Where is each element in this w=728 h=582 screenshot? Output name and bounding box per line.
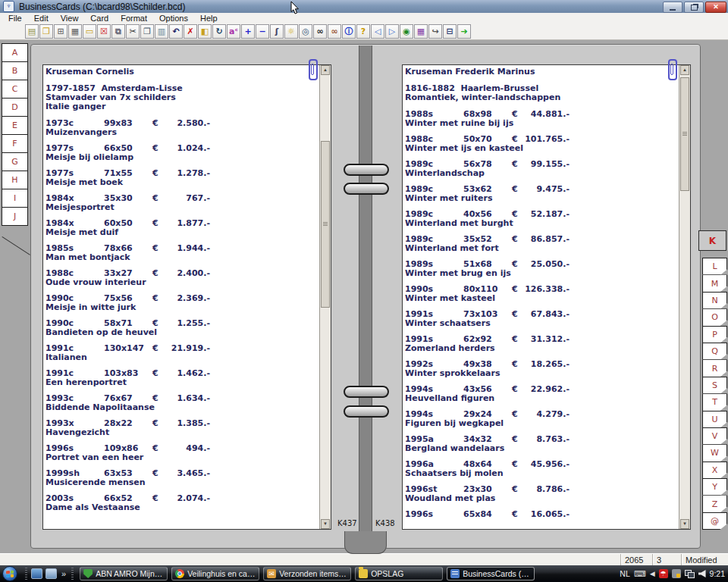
- card-box-button[interactable]: ▭: [83, 24, 96, 39]
- scroll-up-button[interactable]: ▲: [321, 65, 330, 75]
- find-next-button[interactable]: ∞: [328, 24, 341, 39]
- keyboard-icon[interactable]: ⌨: [634, 570, 646, 578]
- minimize-button[interactable]: [663, 2, 682, 13]
- tray-collapse-icon[interactable]: ◀: [650, 571, 655, 577]
- duplicate-card-button[interactable]: ⧉: [111, 24, 125, 39]
- tab-letter-s[interactable]: S: [702, 377, 727, 394]
- zoom-in-button[interactable]: +: [241, 24, 255, 39]
- task-button-bcards[interactable]: BusinessCards (C:\b...: [447, 567, 535, 580]
- tab-letter-t[interactable]: T: [702, 393, 727, 411]
- paperclip-icon[interactable]: [309, 59, 318, 80]
- restore-button[interactable]: [684, 2, 704, 13]
- print-button[interactable]: ▦: [68, 24, 82, 39]
- copy-button[interactable]: ❐: [140, 24, 154, 39]
- refresh-button[interactable]: ↻: [212, 24, 226, 39]
- businesscards-window: ♆ BusinessCards (C:\bcard98\Schilder.bcd…: [0, 0, 728, 582]
- close-button[interactable]: ✕: [705, 2, 726, 13]
- tab-letter-c[interactable]: C: [2, 80, 28, 99]
- status-modified-flag: Modified: [681, 554, 728, 565]
- options-button[interactable]: ☼: [284, 24, 298, 39]
- tab-letter-i[interactable]: I: [2, 189, 28, 208]
- updater-icon[interactable]: [672, 569, 681, 578]
- task-button-shield[interactable]: ABN AMRO Mijn De...: [80, 567, 168, 580]
- zoom-out-button[interactable]: −: [256, 24, 269, 39]
- task-button-chrome[interactable]: Veilinghuis en catal...: [171, 567, 259, 580]
- tab-letter-y[interactable]: Y: [702, 478, 727, 496]
- tab-letter-q[interactable]: Q: [702, 343, 727, 360]
- tab-letter-u[interactable]: U: [702, 411, 727, 428]
- web-button[interactable]: ◉: [400, 24, 413, 39]
- tab-letter-o[interactable]: O: [702, 308, 727, 326]
- start-button[interactable]: [2, 566, 17, 581]
- card-view-button[interactable]: ◧: [198, 24, 212, 39]
- calendar-button[interactable]: ▦: [414, 24, 428, 39]
- menu-edit[interactable]: Edit: [28, 14, 55, 23]
- tab-letter-k-active[interactable]: K: [698, 230, 726, 251]
- tab-letter-h[interactable]: H: [2, 171, 28, 189]
- clock[interactable]: 9:21: [710, 569, 725, 578]
- paperclip-icon[interactable]: [668, 59, 677, 80]
- tab-letter-a[interactable]: A: [2, 43, 28, 62]
- cut-button[interactable]: ✂: [126, 24, 140, 39]
- menu-help[interactable]: Help: [194, 14, 224, 23]
- tab-letter-e[interactable]: E: [2, 116, 28, 135]
- task-button-folder[interactable]: OPSLAG: [355, 567, 443, 580]
- next-card-button[interactable]: ▷: [385, 24, 399, 39]
- scroll-down-button[interactable]: ▼: [321, 519, 330, 529]
- tab-letter-d[interactable]: D: [2, 98, 28, 117]
- card-text-right[interactable]: Kruseman Frederik Marinus1816-1882 Haarl…: [403, 65, 679, 529]
- delete-button[interactable]: ✗: [184, 24, 197, 39]
- language-indicator[interactable]: NL: [620, 569, 629, 578]
- tab-letter-w[interactable]: W: [702, 444, 727, 462]
- tab-letter-x[interactable]: X: [702, 462, 727, 479]
- tab-letter-z[interactable]: Z: [702, 495, 727, 512]
- tab-letter-m[interactable]: M: [702, 274, 727, 292]
- open-button[interactable]: ❒: [39, 24, 53, 39]
- scroll-down-button[interactable]: ▼: [680, 519, 689, 529]
- preview-button[interactable]: ◎: [299, 24, 312, 39]
- network-icon[interactable]: [685, 570, 695, 578]
- scroll-thumb[interactable]: [321, 141, 330, 308]
- menu-file[interactable]: File: [2, 14, 28, 23]
- export-button[interactable]: ↪: [428, 24, 442, 39]
- tab-letter-r[interactable]: R: [702, 359, 727, 377]
- tab-letter-f[interactable]: F: [2, 134, 28, 153]
- tab-letter-g[interactable]: G: [2, 152, 28, 171]
- tab-letter-j[interactable]: J: [2, 207, 28, 226]
- attach-button[interactable]: ʃ: [270, 24, 284, 39]
- tab-letter-p[interactable]: P: [702, 326, 727, 343]
- explorer-icon[interactable]: [46, 568, 57, 579]
- scroll-thumb[interactable]: [680, 77, 689, 191]
- card-text-left[interactable]: Kruseman Cornelis1797-1857 Amsterdam-Lis…: [43, 65, 320, 529]
- delete-card-button[interactable]: ☒: [97, 24, 111, 39]
- help-button[interactable]: ?: [356, 24, 370, 39]
- tab-letter-v[interactable]: V: [702, 427, 727, 445]
- tab-letter-at[interactable]: @: [702, 512, 727, 530]
- exit-button[interactable]: ➔: [457, 24, 471, 39]
- scrollbar-right[interactable]: ▲ ▼: [679, 65, 690, 529]
- menu-card[interactable]: Card: [84, 14, 115, 23]
- card-entry: 1989s51x68€25.050.-Winter met brug en ij…: [405, 260, 679, 278]
- scroll-up-button[interactable]: ▲: [680, 65, 689, 75]
- new-card-button[interactable]: ▤: [25, 24, 39, 39]
- undo-button[interactable]: ↶: [169, 24, 183, 39]
- find-button[interactable]: ∞: [313, 24, 327, 39]
- info-button[interactable]: ⓘ: [342, 24, 356, 39]
- tab-letter-l[interactable]: L: [702, 258, 727, 275]
- card-template-button[interactable]: ⊞: [54, 24, 67, 39]
- prev-card-button[interactable]: ◁: [371, 24, 384, 39]
- avira-icon[interactable]: ☂: [659, 569, 668, 578]
- volume-icon[interactable]: [698, 570, 706, 577]
- paste-button[interactable]: ▥: [155, 24, 168, 39]
- show-desktop-icon[interactable]: [31, 568, 42, 579]
- tab-letter-n[interactable]: N: [702, 292, 727, 309]
- save-button[interactable]: ⊟: [443, 24, 457, 39]
- tab-letter-b[interactable]: B: [2, 61, 28, 80]
- quicklaunch-chevron[interactable]: »: [61, 569, 66, 578]
- replace-button[interactable]: aᶜ: [227, 24, 240, 39]
- scrollbar-left[interactable]: ▲ ▼: [319, 65, 331, 529]
- menu-options[interactable]: Options: [153, 14, 194, 23]
- menu-view[interactable]: View: [55, 14, 85, 23]
- task-button-mail[interactable]: ✉Verzonden items - ...: [263, 567, 351, 580]
- menu-format[interactable]: Format: [115, 14, 153, 23]
